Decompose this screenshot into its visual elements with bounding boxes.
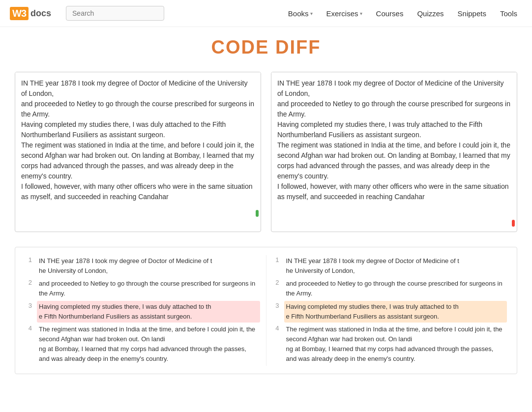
line-content: IN THE year 1878 I took my degree of Doc… — [284, 255, 507, 277]
diff-table: 1 IN THE year 1878 I took my degree of D… — [25, 255, 507, 366]
line-num: 3 — [25, 301, 37, 323]
diff-left-row-4: 4 The regiment was stationed in India at… — [25, 324, 260, 365]
diff-left-row-3: 3 Having completed my studies there, I w… — [25, 301, 260, 323]
line-content: IN THE year 1878 I took my degree of Doc… — [37, 255, 260, 277]
line-num: 4 — [25, 324, 37, 365]
editor-section: IN THE year 1878 I took my degree of Doc… — [15, 72, 517, 232]
line-num: 4 — [272, 324, 284, 365]
logo-docs: docs — [30, 8, 51, 19]
navigation: W3 docs Books ▾ Exercises ▾ Courses Quiz… — [0, 0, 532, 27]
page-title: CODE DIFF — [15, 37, 517, 58]
right-editor[interactable]: IN THE year 1878 I took my degree of Doc… — [271, 72, 517, 230]
left-editor[interactable]: IN THE year 1878 I took my degree of Doc… — [15, 72, 261, 230]
line-num: 1 — [272, 255, 284, 277]
diff-right-row-1: 1 IN THE year 1878 I took my degree of D… — [272, 255, 507, 277]
logo: W3 docs — [10, 7, 51, 20]
diff-left-row-2: 2 and proceeded to Netley to go through … — [25, 278, 260, 299]
line-num: 2 — [25, 278, 37, 299]
scroll-indicator-right — [512, 220, 515, 227]
nav-exercises[interactable]: Exercises ▾ — [322, 6, 367, 21]
main-content: CODE DIFF IN THE year 1878 I took my deg… — [0, 27, 532, 384]
chevron-down-icon: ▾ — [310, 11, 313, 16]
search-input[interactable] — [66, 6, 164, 21]
logo-w3: W3 — [10, 7, 29, 20]
nav-courses[interactable]: Courses — [371, 6, 409, 21]
nav-snippets[interactable]: Snippets — [453, 6, 491, 21]
line-content: The regiment was stationed in India at t… — [284, 324, 507, 365]
left-editor-box: IN THE year 1878 I took my degree of Doc… — [15, 72, 261, 232]
line-content-highlighted: Having completed my studies there, I was… — [37, 301, 260, 323]
chevron-down-icon: ▾ — [360, 11, 362, 16]
diff-left-col: 1 IN THE year 1878 I took my degree of D… — [25, 255, 266, 366]
line-content: and proceeded to Netley to go through th… — [37, 278, 260, 299]
line-num: 1 — [25, 255, 37, 277]
diff-right-col: 1 IN THE year 1878 I took my degree of D… — [266, 255, 507, 366]
scroll-indicator-left — [256, 210, 259, 217]
line-num: 2 — [272, 278, 284, 299]
line-content-highlighted: Having completed my studies there, I was… — [284, 301, 507, 323]
diff-right-row-3: 3 Having completed my studies there, I w… — [272, 301, 507, 323]
diff-left-row-1: 1 IN THE year 1878 I took my degree of D… — [25, 255, 260, 277]
nav-links: Books ▾ Exercises ▾ Courses Quizzes Snip… — [283, 6, 522, 21]
diff-section: 1 IN THE year 1878 I took my degree of D… — [15, 247, 517, 374]
nav-tools[interactable]: Tools — [495, 6, 522, 21]
right-editor-box: IN THE year 1878 I took my degree of Doc… — [271, 72, 517, 232]
search-wrapper[interactable] — [66, 6, 164, 21]
nav-quizzes[interactable]: Quizzes — [412, 6, 448, 21]
diff-right-row-2: 2 and proceeded to Netley to go through … — [272, 278, 507, 299]
line-content: The regiment was stationed in India at t… — [37, 324, 260, 365]
line-content: and proceeded to Netley to go through th… — [284, 278, 507, 299]
diff-right-row-4: 4 The regiment was stationed in India at… — [272, 324, 507, 365]
nav-books[interactable]: Books ▾ — [283, 6, 318, 21]
line-num: 3 — [272, 301, 284, 323]
